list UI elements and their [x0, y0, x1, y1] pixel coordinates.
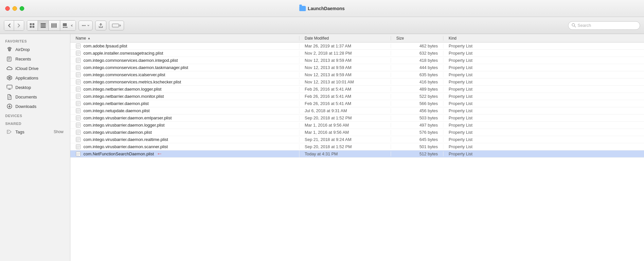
- table-row[interactable]: com.intego.commonservices.daemon.taskman…: [70, 64, 644, 71]
- file-date-cell: Nov 2, 2018 at 11:28 PM: [299, 51, 391, 56]
- svg-rect-9: [53, 23, 55, 28]
- table-row[interactable]: com.adobe.fpsaud.plistMar 26, 2019 at 1:…: [70, 43, 644, 50]
- svg-rect-81: [76, 109, 80, 113]
- file-icon: [76, 44, 81, 49]
- action-button[interactable]: [79, 21, 93, 30]
- file-name: com.intego.netbarrier.daemon.logger.plis…: [83, 87, 161, 92]
- tags-label: Tags: [15, 130, 24, 134]
- list-view-button[interactable]: [38, 21, 49, 30]
- svg-rect-8: [51, 23, 53, 28]
- sidebar: Favorites AirDrop R: [0, 34, 70, 261]
- svg-rect-46: [76, 58, 80, 63]
- file-date-cell: Mar 1, 2016 at 9:56 AM: [299, 123, 391, 128]
- table-row[interactable]: com.intego.virusbarrier.daemon.realtime.…: [70, 136, 644, 143]
- table-row[interactable]: com.intego.commonservices.metrics.kschec…: [70, 78, 644, 86]
- airdrop-icon: [7, 46, 12, 52]
- svg-rect-5: [41, 25, 46, 25]
- col-header-kind[interactable]: Kind: [443, 36, 644, 41]
- sidebar-item-recents[interactable]: Recents: [1, 54, 69, 63]
- column-view-button[interactable]: [49, 21, 60, 30]
- file-size-cell: 645 bytes: [391, 137, 443, 142]
- maximize-button[interactable]: [20, 6, 24, 11]
- file-name: com.apple.installer.osmessagetracing.pli…: [83, 51, 163, 56]
- file-name-cell: com.intego.commonservices.daemon.taskman…: [70, 65, 299, 70]
- file-name: com.intego.virusbarrier.daemon.scanner.p…: [83, 144, 168, 149]
- svg-rect-12: [63, 27, 64, 28]
- search-box[interactable]: Search: [568, 21, 640, 30]
- share-button[interactable]: [95, 21, 106, 30]
- svg-rect-111: [76, 152, 80, 156]
- icon-view-button[interactable]: [27, 21, 38, 30]
- window-title-area: LaunchDaemons: [299, 6, 345, 11]
- search-placeholder: Search: [578, 23, 591, 28]
- file-kind-cell: Property List: [443, 79, 644, 84]
- sort-arrow: ▲: [87, 36, 91, 40]
- sidebar-item-documents[interactable]: Documents: [1, 92, 69, 101]
- file-name-cell: com.intego.netbarrier.daemon.monitor.pli…: [70, 94, 299, 99]
- col-header-name[interactable]: Name ▲: [70, 36, 299, 41]
- view-buttons: [27, 20, 76, 31]
- file-name: com.intego.virusbarrier.daemon.logger.pl…: [83, 123, 165, 128]
- file-kind-cell: Property List: [443, 115, 644, 120]
- file-name-cell: com.intego.virusbarrier.daemon.scanner.p…: [70, 144, 299, 149]
- forward-button[interactable]: [14, 21, 24, 30]
- file-list: com.adobe.fpsaud.plistMar 26, 2019 at 1:…: [70, 43, 644, 261]
- gallery-view-button[interactable]: [60, 21, 76, 30]
- file-size-cell: 576 bytes: [391, 130, 443, 135]
- nav-buttons: [4, 20, 24, 31]
- sidebar-item-downloads[interactable]: Downloads: [1, 102, 69, 111]
- col-header-size[interactable]: Size: [391, 36, 443, 41]
- table-row[interactable]: com.intego.netupdate.daemon.plistJul 6, …: [70, 107, 644, 114]
- table-row[interactable]: com.intego.netbarrier.daemon.plistFeb 26…: [70, 100, 644, 107]
- sidebar-item-desktop[interactable]: Desktop: [1, 83, 69, 92]
- favorites-header: Favorites: [0, 37, 70, 44]
- sidebar-item-airdrop[interactable]: AirDrop: [1, 45, 69, 54]
- file-date-cell: Feb 26, 2016 at 5:41 AM: [299, 94, 391, 99]
- file-size-cell: 418 bytes: [391, 58, 443, 63]
- table-row[interactable]: com.NetFunctionSearchDaemon.plist ←Today…: [70, 150, 644, 158]
- svg-point-15: [82, 25, 83, 26]
- minimize-button[interactable]: [12, 6, 17, 11]
- file-area: Name ▲ Date Modified Size Kind com.adobe…: [70, 34, 644, 261]
- table-row[interactable]: com.intego.commonservices.icalserver.pli…: [70, 71, 644, 78]
- file-name: com.intego.virusbarrier.daemon.realtime.…: [83, 137, 168, 142]
- file-name: com.intego.netbarrier.daemon.monitor.pli…: [83, 94, 164, 99]
- svg-rect-71: [76, 94, 80, 99]
- table-row[interactable]: com.intego.virusbarrier.daemon.plistMar …: [70, 129, 644, 136]
- close-button[interactable]: [5, 6, 10, 11]
- sidebar-item-icloud[interactable]: iCloud Drive: [1, 64, 69, 73]
- table-row[interactable]: com.intego.commonservices.daemon.integod…: [70, 57, 644, 64]
- back-button[interactable]: [4, 21, 14, 30]
- svg-rect-41: [76, 51, 80, 56]
- svg-rect-56: [76, 73, 80, 77]
- table-row[interactable]: com.apple.installer.osmessagetracing.pli…: [70, 50, 644, 57]
- file-name-cell: com.intego.netbarrier.daemon.plist: [70, 101, 299, 106]
- file-size-cell: 497 bytes: [391, 123, 443, 128]
- table-row[interactable]: com.intego.virusbarrier.daemon.scanner.p…: [70, 143, 644, 150]
- devices-header: Devices: [0, 111, 70, 119]
- table-row[interactable]: com.intego.netbarrier.daemon.monitor.pli…: [70, 93, 644, 100]
- label-button[interactable]: [109, 21, 124, 30]
- file-name-cell: com.intego.netbarrier.daemon.logger.plis…: [70, 87, 299, 92]
- sidebar-tags-row[interactable]: Tags Show: [1, 127, 69, 136]
- col-header-date[interactable]: Date Modified: [299, 36, 391, 41]
- svg-rect-6: [41, 26, 46, 26]
- file-icon: [76, 72, 81, 78]
- svg-rect-106: [76, 145, 80, 149]
- file-date-cell: Jul 6, 2018 at 9:31 AM: [299, 108, 391, 113]
- file-name-cell: com.intego.commonservices.daemon.integod…: [70, 58, 299, 63]
- table-row[interactable]: com.intego.virusbarrier.daemon.emlparser…: [70, 114, 644, 122]
- table-row[interactable]: com.intego.virusbarrier.daemon.logger.pl…: [70, 122, 644, 129]
- downloads-icon: [7, 103, 12, 109]
- sidebar-item-applications[interactable]: Applications: [1, 73, 69, 82]
- file-name: com.intego.commonservices.daemon.integod…: [83, 58, 178, 63]
- svg-rect-10: [55, 23, 57, 28]
- svg-rect-14: [66, 27, 67, 28]
- file-size-cell: 503 bytes: [391, 115, 443, 120]
- svg-rect-13: [64, 27, 66, 28]
- file-name-cell: com.intego.commonservices.icalserver.pli…: [70, 72, 299, 78]
- svg-rect-101: [76, 137, 80, 142]
- file-kind-cell: Property List: [443, 123, 644, 128]
- tags-show-button[interactable]: Show: [54, 130, 63, 134]
- table-row[interactable]: com.intego.netbarrier.daemon.logger.plis…: [70, 86, 644, 93]
